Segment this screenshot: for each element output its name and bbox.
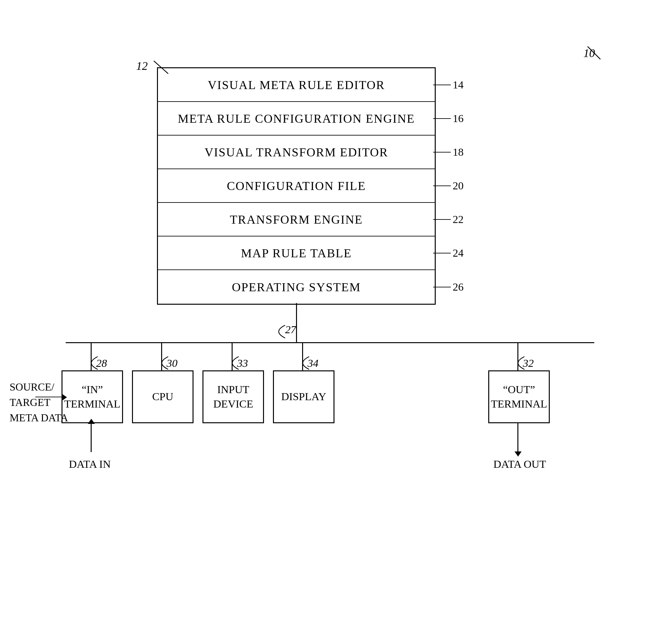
svg-line-0 [588, 47, 600, 59]
horizontal-bus [66, 342, 594, 343]
row-visual-meta-rule-editor: VISUAL META RULE EDITOR 14 [158, 68, 435, 102]
ref10-line [584, 42, 603, 61]
main-vertical-line [296, 303, 297, 343]
data-out-arrow-line [518, 423, 518, 452]
ref-18: 18 [433, 146, 464, 158]
out-terminal-box: “OUT” TERMINAL [488, 370, 550, 423]
ref33-bracket [223, 355, 240, 371]
ref27-bracket [269, 322, 288, 340]
data-in-arrow-line [91, 423, 92, 452]
diagram: 10 12 VISUAL META RULE EDITOR 14 META RU… [0, 0, 651, 644]
row-operating-system: OPERATING SYSTEM 26 [158, 270, 435, 304]
source-target-label: SOURCE/TARGETMETA DATA [10, 380, 68, 426]
cpu-box: CPU [132, 370, 193, 423]
display-box: DISPLAY [273, 370, 335, 423]
in-terminal-box: “IN” TERMINAL [62, 370, 123, 423]
stack-box: VISUAL META RULE EDITOR 14 META RULE CON… [157, 67, 436, 305]
input-device-box: INPUT DEVICE [203, 370, 264, 423]
ref34-bracket [293, 355, 311, 371]
ref-12: 12 [136, 59, 148, 73]
row-config-file: CONFIGURATION FILE 20 [158, 169, 435, 203]
ref-24: 24 [433, 247, 464, 259]
row-transform-engine: TRANSFORM ENGINE 22 [158, 203, 435, 237]
data-out-label: DATA OUT [493, 457, 546, 472]
ref32-bracket [508, 355, 526, 371]
ref-20: 20 [433, 180, 464, 192]
ref-14: 14 [433, 79, 464, 91]
ref-26: 26 [433, 281, 464, 293]
data-in-label: DATA IN [69, 457, 111, 472]
ref30-bracket [152, 355, 170, 371]
ref28-bracket [82, 355, 99, 371]
row-map-rule-table: MAP RULE TABLE 24 [158, 237, 435, 270]
ref-22: 22 [433, 213, 464, 225]
row-meta-rule-config-engine: META RULE CONFIGURATION ENGINE 16 [158, 102, 435, 135]
row-visual-transform-editor: VISUAL TRANSFORM EDITOR 18 [158, 135, 435, 169]
ref-16: 16 [433, 113, 464, 125]
